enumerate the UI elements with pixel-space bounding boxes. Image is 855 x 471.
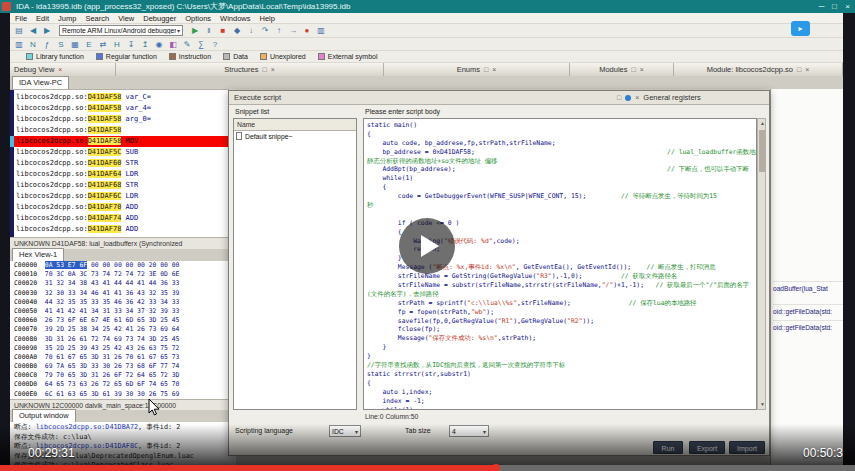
disasm-line[interactable]: libcocos2dcpp.so:D41DAF64 LDR <box>14 169 228 180</box>
tab-ida-view-pc[interactable]: IDA View-PC <box>12 76 69 89</box>
undock-icon[interactable]: □ <box>632 63 636 76</box>
hex-row[interactable]: C00000 0A 53 E7 6F 00 00 00 00 00 20 00 … <box>10 261 236 270</box>
hex-row[interactable]: C00010 70 3C 0A 3C 73 74 72 74 72 3E 0D … <box>10 270 236 279</box>
functions-window-icon[interactable]: ƒ <box>41 39 53 50</box>
hex-row[interactable]: C00080 3D 31 26 61 72 74 69 73 74 3D 25 … <box>10 335 236 344</box>
caption-debug-view[interactable]: Debug View× <box>10 63 116 76</box>
segments-icon[interactable]: ▥ <box>13 39 25 50</box>
stop-process-icon[interactable]: ■ <box>217 25 229 36</box>
stack-item[interactable]: oid::getFileData(std: <box>773 320 843 335</box>
hex-row[interactable]: C000D0 64 65 73 63 26 72 65 6D 6F 74 65 … <box>10 380 236 389</box>
structures-icon[interactable]: ▦ <box>69 39 81 50</box>
script-editor-scrollbar[interactable]: ▲ ▼ <box>757 118 766 410</box>
snippet-row[interactable]: Default snippe~ <box>234 131 356 141</box>
start-process-icon[interactable]: ▶ <box>189 25 201 36</box>
pause-process-icon[interactable]: ‖ <box>203 25 215 36</box>
xrefs-icon[interactable]: ⇄ <box>97 39 109 50</box>
open-file-icon[interactable]: ▤ <box>13 25 25 36</box>
hex-row[interactable]: C00090 35 2D 25 39 43 25 42 43 26 63 75 … <box>10 344 236 353</box>
disasm-line[interactable]: libcocos2dcpp.so:D41DAF60 STR <box>14 158 228 169</box>
snippet-column-name[interactable]: Name <box>234 119 356 131</box>
menu-debugger[interactable]: Debugger <box>143 14 176 23</box>
undock-icon[interactable]: □ <box>484 63 488 76</box>
close-icon[interactable]: × <box>58 63 62 76</box>
maximize-button[interactable]: □ <box>829 1 840 12</box>
close-icon[interactable]: × <box>640 63 644 76</box>
disasm-line[interactable]: libcocos2dcpp.so:D41DAF58 <box>14 125 228 136</box>
seek-bar[interactable] <box>0 465 855 471</box>
imports-icon[interactable]: ↧ <box>125 39 137 50</box>
navigate-back-icon[interactable]: ◀ <box>27 25 39 36</box>
search-icon[interactable]: ◉ <box>153 39 165 50</box>
disasm-line[interactable]: libcocos2dcpp.so:D41DAF58 var_C= <box>14 92 228 103</box>
close-icon[interactable]: × <box>805 63 809 76</box>
attach-process-icon[interactable]: ◆ <box>231 25 243 36</box>
menu-help[interactable]: Help <box>260 14 275 23</box>
disasm-line[interactable]: libcocos2dcpp.so:D41DAF70 ADD <box>14 202 228 213</box>
run-to-cursor-icon[interactable]: → <box>287 25 299 36</box>
play-button[interactable] <box>399 218 455 274</box>
close-icon[interactable]: × <box>635 91 639 104</box>
disasm-line[interactable]: libcocos2dcpp.so:D41DAF58 arg_0= <box>14 114 228 125</box>
script-command-icon[interactable]: ✎ <box>181 39 193 50</box>
stack-item[interactable]: oid::getFileData(std: <box>773 304 843 319</box>
hex-row[interactable]: C000E0 6C 61 63 65 3D 61 39 30 30 26 75 … <box>10 390 236 399</box>
colors-icon[interactable]: ◧ <box>167 39 179 50</box>
snippet-list[interactable]: Name Default snippe~ <box>233 118 357 410</box>
hex-row[interactable]: C00030 32 30 33 34 46 41 41 36 43 32 35 … <box>10 289 236 298</box>
close-icon[interactable]: × <box>492 63 496 76</box>
hex-row[interactable]: C00070 39 2D 25 38 34 25 42 41 26 73 69 … <box>10 325 236 334</box>
debugger-windows-icon[interactable]: ▥ <box>315 25 327 36</box>
strings-window-icon[interactable]: S <box>55 39 67 50</box>
menu-windows[interactable]: Windows <box>220 14 250 23</box>
menu-view[interactable]: View <box>118 14 134 23</box>
hex-row[interactable]: C000A0 70 61 67 65 3D 31 26 70 61 67 65 … <box>10 353 236 362</box>
exports-icon[interactable]: ↥ <box>139 39 151 50</box>
tab-output-window[interactable]: Output window <box>12 409 76 422</box>
caption-module-libcocos2dcpp-so[interactable]: Module: libcocos2dcpp.so□× <box>674 63 843 76</box>
hex-row[interactable]: C00040 44 32 35 35 33 35 46 36 42 33 34 … <box>10 298 236 307</box>
disasm-line[interactable]: libcocos2dcpp.so:D41DAF74 ADD <box>14 213 228 224</box>
breakpoint-list-icon[interactable]: ● <box>301 25 313 36</box>
player-badge[interactable]: ▸ <box>791 21 810 36</box>
menu-search[interactable]: Search <box>85 14 109 23</box>
close-button[interactable]: × <box>842 1 853 12</box>
run-until-return-icon[interactable]: ↑ <box>273 25 285 36</box>
disassembly-view[interactable]: libcocos2dcpp.so:D41DAF58 var_C=libcocos… <box>10 89 228 238</box>
caption-enums[interactable]: Enums□× <box>384 63 570 76</box>
disasm-line[interactable]: libcocos2dcpp.so:D41DAF58 MOV <box>14 136 228 147</box>
close-icon[interactable]: × <box>271 63 275 76</box>
hex-row[interactable]: C000C0 79 70 65 3D 31 26 6F 72 64 65 72 … <box>10 371 236 380</box>
undock-icon[interactable]: □ <box>797 63 801 76</box>
navigate-forward-icon[interactable]: ▶ <box>41 25 53 36</box>
menu-options[interactable]: Options <box>185 14 211 23</box>
tab-hex-view-1[interactable]: Hex View-1 <box>12 248 64 261</box>
step-into-icon[interactable]: ↓ <box>245 25 257 36</box>
disasm-line[interactable]: libcocos2dcpp.so:D41DAF68 STR <box>14 180 228 191</box>
sync-icon[interactable] <box>625 95 631 101</box>
caption-modules[interactable]: Modules□× <box>570 63 674 76</box>
disasm-line[interactable]: libcocos2dcpp.so:D41DAF78 ADD <box>14 224 228 235</box>
undock-icon[interactable]: □ <box>262 63 266 76</box>
menu-file[interactable]: File <box>15 14 27 23</box>
debugger-select[interactable]: Remote ARM Linux/Android debugger ▾ <box>59 25 183 36</box>
dialog-caption[interactable]: Execute script □ × General registers <box>229 91 769 105</box>
enums-icon[interactable]: E <box>83 39 95 50</box>
hex-view[interactable]: C00000 0A 53 E7 6F 00 00 00 00 00 20 00 … <box>10 261 236 399</box>
undock-icon[interactable]: □ <box>617 91 621 104</box>
minimize-button[interactable]: ─ <box>816 1 827 12</box>
disasm-line[interactable]: libcocos2dcpp.so:D41DAF58 var_4= <box>14 103 228 114</box>
seek-bar-knob[interactable] <box>492 464 500 471</box>
hex-row[interactable]: C00060 26 73 6F 6E 67 4E 61 6D 65 3D 25 … <box>10 316 236 325</box>
calculator-icon[interactable]: ∑ <box>195 39 207 50</box>
hex-view-icon[interactable]: H <box>111 39 123 50</box>
menu-jump[interactable]: Jump <box>58 14 76 23</box>
scroll-up-icon[interactable]: ▲ <box>758 119 767 128</box>
menu-edit[interactable]: Edit <box>36 14 49 23</box>
step-over-icon[interactable]: ↷ <box>259 25 271 36</box>
hex-row[interactable]: C000B0 69 7A 65 3D 33 30 26 73 68 6F 77 … <box>10 362 236 371</box>
scrollbar-thumb[interactable] <box>759 130 765 172</box>
scroll-down-icon[interactable]: ▼ <box>758 400 767 409</box>
help-icon[interactable]: ? <box>209 39 221 50</box>
stack-item[interactable]: oadBuffer(lua_Stat <box>773 281 843 296</box>
